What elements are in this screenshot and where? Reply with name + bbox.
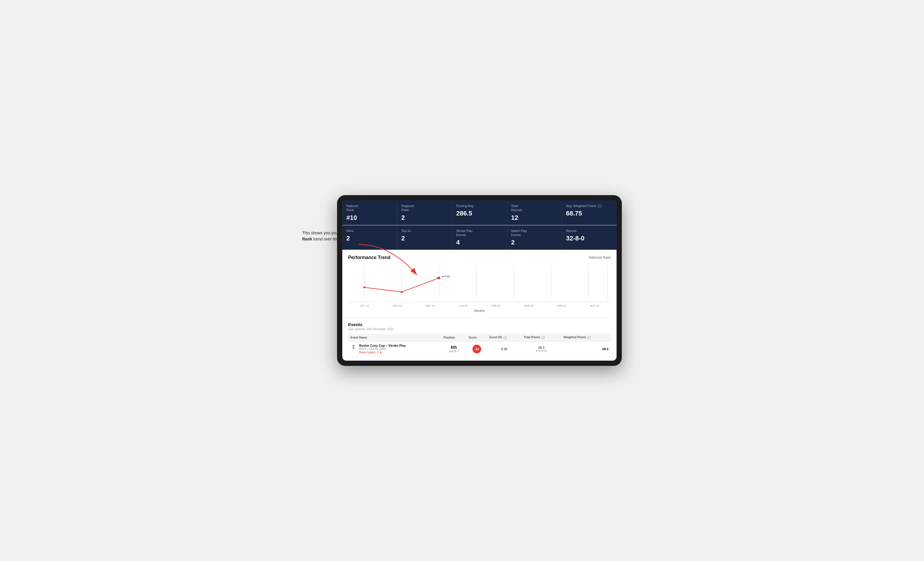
rank-label: ● #10 [442, 275, 450, 278]
score-badge: -22 [472, 345, 481, 353]
col-position: Position [441, 334, 466, 341]
annotation-bold: National Rank [302, 230, 357, 241]
stats-row-1: NationalRank #10 RegionalRank 2 Scoring … [342, 200, 616, 225]
col-score: Score [466, 334, 487, 341]
stat-record-value: 32-8-0 [566, 235, 612, 242]
event-sg-value: 0.45 [501, 347, 507, 351]
performance-header: Performance Trend National Rank [348, 255, 611, 260]
x-label-oct23: OCT 23 [348, 304, 381, 307]
score-cell: -22 [466, 341, 487, 357]
table-header-row: Event Name Position Score Event SG i Tot… [348, 334, 611, 341]
performance-section: Performance Trend National Rank [342, 250, 616, 318]
stat-national-rank: NationalRank #10 [342, 200, 397, 225]
stat-scoring-avg-label: Scoring Avg. [456, 204, 502, 208]
tablet-screen: NationalRank #10 RegionalRank 2 Scoring … [342, 200, 616, 361]
events-updated: Last updated: 24th November 2023 [348, 328, 611, 331]
table-row: 🏌️ Buster Cozy Cup – Stroke Play Oct 9 –… [348, 341, 611, 357]
chart-svg: ● #10 [348, 264, 611, 302]
position-value: 6th [444, 345, 464, 350]
x-label-jan24: JAN 24 [447, 304, 479, 307]
x-label-feb24: FEB 24 [479, 304, 512, 307]
svg-point-9 [363, 286, 365, 288]
stat-avg-weighted-label: Avg. Weighted Points i [566, 204, 612, 208]
stat-national-rank-value: #10 [346, 214, 393, 221]
stat-record-label: Record [566, 229, 612, 233]
stat-total-rounds: TotalRounds 12 [507, 200, 562, 225]
weighted-points-value: 28.3 [602, 347, 609, 351]
rank-impact-label: Rank Impact: 3 [359, 351, 379, 354]
stats-row-2: Wins 2 Top 3s 2 Stroke PlayEvents 4 Matc… [342, 225, 616, 250]
x-label-may24: MAY 24 [578, 304, 611, 307]
svg-point-10 [401, 291, 403, 293]
event-date: Oct 9 – Oct 10, 2023 [359, 347, 406, 350]
events-section: Events Last updated: 24th November 2023 … [342, 318, 616, 361]
col-event-name: Event Name [348, 334, 441, 341]
performance-axis-label: National Rank [589, 256, 611, 260]
weighted-points-cell: 28.3 [561, 341, 611, 357]
stat-record: Record 32-8-0 [562, 225, 616, 250]
stat-regional-rank: RegionalRank 2 [397, 200, 452, 225]
col-weighted-points: Weighted Points i [561, 334, 611, 341]
total-points-value: 28.3 [524, 346, 559, 349]
stat-top3s-label: Top 3s [401, 229, 448, 233]
stat-avg-weighted-value: 68.75 [566, 209, 612, 217]
stat-top3s: Top 3s 2 [397, 225, 452, 250]
info-icon-sg: i [504, 336, 507, 339]
stat-regional-rank-value: 2 [401, 214, 448, 221]
stat-top3s-value: 2 [401, 235, 448, 242]
stat-match-play-value: 2 [511, 239, 558, 246]
stat-match-play: Match PlayEvents 2 [507, 225, 562, 250]
rank-impact-arrow: ▼ [379, 351, 382, 354]
info-icon-tp: i [542, 336, 545, 339]
stat-scoring-avg-value: 286.5 [456, 209, 502, 217]
annotation-text: This shows you your National Rank trend … [302, 230, 357, 241]
event-icon: 🏌️ [350, 344, 357, 350]
info-icon: i [598, 204, 602, 208]
position-sub: out of 7 [444, 350, 464, 353]
x-label-dec23: DEC 23 [414, 304, 447, 307]
performance-title: Performance Trend [348, 255, 390, 260]
chart-x-labels: OCT 23 NOV 23 DEC 23 JAN 24 FEB 24 MAR 2… [348, 303, 611, 308]
event-info-cell: 🏌️ Buster Cozy Cup – Stroke Play Oct 9 –… [348, 341, 441, 357]
stat-total-rounds-label: TotalRounds [511, 204, 558, 212]
svg-point-11 [437, 277, 440, 279]
events-title: Events [348, 322, 611, 327]
event-name: Buster Cozy Cup – Stroke Play [359, 344, 406, 347]
event-sg-cell: 0.45 [487, 341, 521, 357]
x-label-apr24: APR 24 [545, 304, 578, 307]
stat-avg-weighted-points: Avg. Weighted Points i 68.75 [562, 200, 616, 225]
stat-match-play-label: Match PlayEvents [511, 229, 558, 237]
rank-impact-badge: Rank Impact: 3 ▼ [359, 351, 382, 354]
col-event-sg: Event SG i [487, 334, 521, 341]
total-points-cell: 28.3 3 Rounds [521, 341, 561, 357]
performance-chart: ● #10 [348, 264, 611, 302]
position-cell: 6th out of 7 [441, 341, 466, 357]
chart-x-axis-title: Months [348, 308, 611, 315]
annotation-box: This shows you your National Rank trend … [302, 230, 360, 242]
stat-stroke-play-value: 4 [456, 239, 502, 246]
stat-total-rounds-value: 12 [511, 214, 558, 221]
scene: This shows you your National Rank trend … [302, 195, 622, 366]
stat-stroke-play: Stroke PlayEvents 4 [452, 225, 507, 250]
tablet-device: NationalRank #10 RegionalRank 2 Scoring … [337, 195, 622, 366]
x-label-mar24: MAR 24 [512, 304, 545, 307]
x-label-nov23: NOV 23 [381, 304, 414, 307]
info-icon-wp: i [588, 336, 591, 339]
stat-national-rank-label: NationalRank [346, 204, 393, 212]
total-points-rounds: 3 Rounds [524, 349, 559, 352]
stat-stroke-play-label: Stroke PlayEvents [456, 229, 502, 237]
col-total-points: Total Points i [521, 334, 561, 341]
events-table: Event Name Position Score Event SG i Tot… [348, 334, 611, 357]
stat-regional-rank-label: RegionalRank [401, 204, 448, 212]
stat-scoring-avg: Scoring Avg. 286.5 [452, 200, 507, 225]
